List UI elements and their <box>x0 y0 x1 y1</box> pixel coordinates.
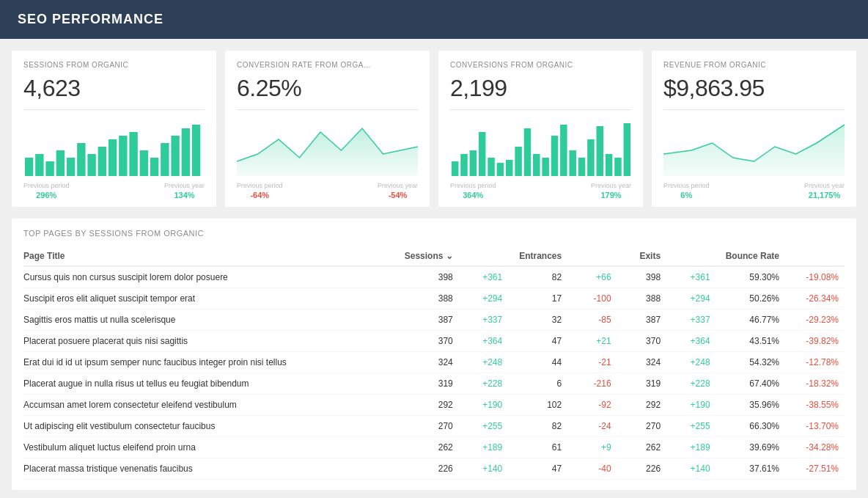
svg-rect-7 <box>98 147 106 176</box>
cell-bounce: 35.96% <box>716 395 785 416</box>
svg-rect-15 <box>182 128 190 176</box>
kpi-card-revenue: REVENUE FROM ORGANIC $9,863.95 <box>652 51 856 207</box>
table-row: Placerat posuere placerat quis nisi sagi… <box>23 331 845 352</box>
kpi-label-conversions: CONVERSIONS FROM ORGANIC <box>450 61 631 69</box>
svg-rect-29 <box>551 136 559 176</box>
cell-page: Sagittis eros mattis ut nulla scelerisqu… <box>23 310 400 331</box>
cell-exits-delta: +140 <box>666 458 716 480</box>
svg-rect-13 <box>161 143 169 176</box>
cell-exits: 226 <box>617 458 666 480</box>
cell-bounce-delta: -27.51% <box>785 458 845 480</box>
table-row: Accumsan amet lorem consectetur eleifend… <box>23 395 845 416</box>
svg-rect-1 <box>35 154 43 176</box>
col-exits-delta <box>666 246 716 266</box>
table-row: Placerat augue in nulla risus ut tellus … <box>23 373 845 395</box>
prev-period-sessions: Previous period 296% <box>23 182 70 199</box>
kpi-chart-sessions <box>23 117 205 176</box>
cell-sessions: 387 <box>400 310 459 331</box>
table-body: Cursus quis non cursus suscipit lorem do… <box>23 266 845 480</box>
svg-rect-9 <box>119 136 127 176</box>
svg-rect-26 <box>524 128 532 176</box>
svg-rect-12 <box>150 158 158 176</box>
svg-rect-8 <box>108 139 117 176</box>
cell-exits-delta: +294 <box>666 288 716 310</box>
cell-page: Placerat posuere placerat quis nisi sagi… <box>23 331 400 352</box>
svg-rect-18 <box>452 161 459 176</box>
kpi-card-sessions: SESSIONS FROM ORGANIC 4,623 <box>12 51 216 207</box>
kpi-value-conv-rate: 6.25% <box>237 75 418 102</box>
cell-page: Suscipit eros elit aliquet suscipit temp… <box>23 288 400 310</box>
cell-sessions: 319 <box>400 373 459 395</box>
cell-sessions-delta: +337 <box>459 310 508 331</box>
cell-bounce: 39.69% <box>716 437 785 458</box>
cell-entrances-delta: -216 <box>567 373 617 395</box>
col-bounce: Bounce Rate <box>716 246 785 266</box>
kpi-chart-conversions <box>450 117 631 176</box>
cell-entrances-delta: -92 <box>567 395 617 416</box>
cell-sessions: 398 <box>400 266 459 288</box>
cell-bounce: 66.30% <box>716 416 785 437</box>
cell-bounce: 67.40% <box>716 373 785 395</box>
cell-sessions-delta: +189 <box>459 437 508 458</box>
col-exits: Exits <box>617 246 666 266</box>
cell-exits-delta: +228 <box>666 373 716 395</box>
cell-exits-delta: +189 <box>666 437 716 458</box>
cell-sessions: 324 <box>400 352 459 373</box>
cell-exits-delta: +248 <box>666 352 716 373</box>
col-bounce-delta <box>785 246 845 266</box>
cell-sessions: 270 <box>400 416 459 437</box>
cell-entrances: 47 <box>508 331 567 352</box>
col-sessions-delta <box>459 246 508 266</box>
cell-bounce-delta: -18.32% <box>785 373 845 395</box>
page-title: SEO PERFORMANCE <box>18 12 163 26</box>
svg-rect-27 <box>533 154 540 176</box>
col-sessions[interactable]: Sessions ⌄ <box>400 246 459 266</box>
svg-rect-32 <box>578 158 586 176</box>
cell-bounce-delta: -34.28% <box>785 437 845 458</box>
cell-entrances-delta: -24 <box>567 416 617 437</box>
cell-exits: 324 <box>617 352 666 373</box>
cell-bounce: 46.77% <box>716 310 785 331</box>
kpi-chart-conv-rate <box>237 117 418 176</box>
svg-rect-19 <box>460 154 468 176</box>
kpi-footer-conv-rate: Previous period -64% Previous year -54% <box>237 182 418 199</box>
cell-bounce: 54.32% <box>716 352 785 373</box>
cell-entrances: 6 <box>508 373 567 395</box>
cell-sessions-delta: +364 <box>459 331 508 352</box>
cell-sessions-delta: +248 <box>459 352 508 373</box>
cell-page: Accumsan amet lorem consectetur eleifend… <box>23 395 400 416</box>
cell-bounce: 59.30% <box>716 266 785 288</box>
svg-rect-25 <box>515 147 522 176</box>
svg-rect-14 <box>171 136 179 176</box>
cell-entrances-delta: +66 <box>567 266 617 288</box>
cell-page: Ut adipiscing elit vestibulum consectetu… <box>23 416 400 437</box>
cell-exits: 370 <box>617 331 666 352</box>
prev-period-conv-rate: Previous period -64% <box>237 182 283 199</box>
table-row: Cursus quis non cursus suscipit lorem do… <box>23 266 845 288</box>
svg-rect-21 <box>479 132 486 176</box>
cell-entrances-delta: -40 <box>567 458 617 480</box>
cell-sessions-delta: +228 <box>459 373 508 395</box>
cell-sessions: 388 <box>400 288 459 310</box>
cell-exits: 262 <box>617 437 666 458</box>
cell-page: Placerat massa tristique venenatis fauci… <box>23 458 400 480</box>
svg-rect-30 <box>560 125 567 176</box>
svg-rect-20 <box>470 150 477 176</box>
kpi-value-sessions: 4,623 <box>23 75 205 102</box>
prev-year-conv-rate: Previous year -54% <box>378 182 418 199</box>
cell-exits-delta: +190 <box>666 395 716 416</box>
svg-rect-16 <box>192 125 200 176</box>
cell-exits-delta: +255 <box>666 416 716 437</box>
cell-exits-delta: +361 <box>666 266 716 288</box>
col-page-title: Page Title <box>23 246 400 266</box>
cell-sessions: 262 <box>400 437 459 458</box>
kpi-label-conv-rate: CONVERSION RATE FROM ORGA... <box>237 61 418 69</box>
cell-sessions-delta: +361 <box>459 266 508 288</box>
svg-rect-36 <box>614 158 622 176</box>
cell-entrances: 17 <box>508 288 567 310</box>
table-row: Suscipit eros elit aliquet suscipit temp… <box>23 288 845 310</box>
kpi-footer-sessions: Previous period 296% Previous year 134% <box>23 182 205 199</box>
table-row: Ut adipiscing elit vestibulum consectetu… <box>23 416 845 437</box>
kpi-label-revenue: REVENUE FROM ORGANIC <box>663 61 845 69</box>
cell-bounce: 37.61% <box>716 458 785 480</box>
